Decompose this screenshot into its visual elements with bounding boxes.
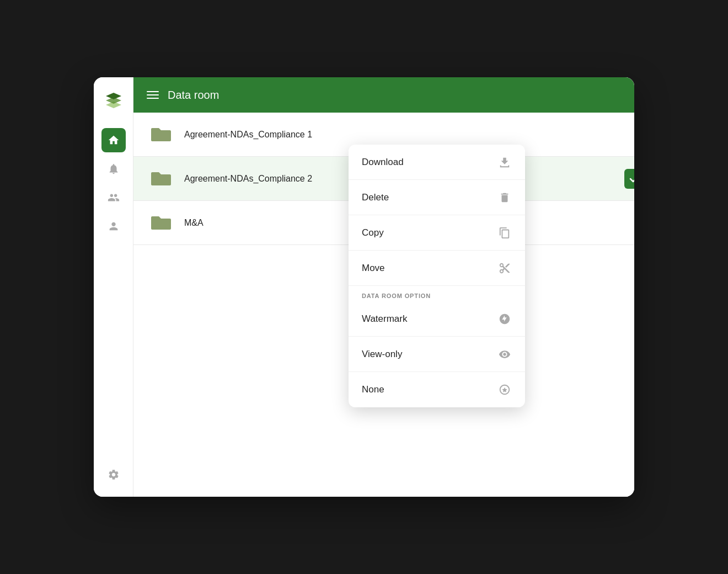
context-menu-view-only[interactable]: View-only (349, 337, 525, 372)
content-area: Agreement-NDAs_Compliance 1 Agreement-ND… (133, 113, 634, 497)
download-icon (497, 155, 512, 169)
folder-icon (151, 171, 171, 187)
app-window: Data room Agreement-NDAs_Compliance 1 (94, 77, 634, 497)
folder-icon (151, 215, 171, 231)
context-menu-download[interactable]: Download (349, 145, 525, 180)
context-menu-copy[interactable]: Copy (349, 215, 525, 251)
menu-item-label: Download (362, 157, 404, 168)
copy-icon (497, 226, 512, 240)
file-name: Agreement-NDAs_Compliance 1 (184, 130, 312, 140)
context-menu-move[interactable]: Move (349, 251, 525, 286)
star-circle-icon (497, 382, 512, 397)
menu-item-label: None (362, 384, 384, 395)
hamburger-icon[interactable] (147, 91, 159, 99)
file-name: Agreement-NDAs_Compliance 2 (184, 174, 312, 184)
menu-item-label: Copy (362, 227, 384, 238)
main-area: Data room Agreement-NDAs_Compliance 1 (133, 77, 634, 497)
sidebar (94, 77, 133, 497)
menu-item-label: Watermark (362, 313, 408, 325)
header: Data room (133, 77, 634, 113)
folder-icon (151, 126, 171, 143)
sidebar-item-notifications[interactable] (101, 157, 126, 181)
nav-items (101, 128, 126, 463)
watermark-icon (497, 312, 512, 326)
app-logo (101, 87, 126, 111)
selection-checkbox[interactable] (624, 169, 634, 189)
context-menu: Download Delete (349, 145, 525, 407)
delete-icon (497, 190, 512, 205)
menu-item-label: Move (362, 263, 385, 274)
sidebar-item-settings[interactable] (101, 463, 126, 487)
menu-item-label: View-only (362, 349, 402, 360)
menu-section-header: DATA ROOM OPTION (349, 286, 525, 301)
sidebar-item-team[interactable] (101, 185, 126, 210)
context-menu-watermark[interactable]: Watermark (349, 301, 525, 337)
file-name: M&A (184, 218, 204, 228)
context-menu-delete[interactable]: Delete (349, 180, 525, 215)
svg-marker-2 (106, 93, 121, 99)
menu-item-label: Delete (362, 192, 389, 203)
scissors-icon (497, 261, 512, 275)
sidebar-item-profile[interactable] (101, 214, 126, 238)
eye-icon (497, 347, 512, 362)
context-menu-none[interactable]: None (349, 372, 525, 407)
sidebar-item-home[interactable] (101, 128, 126, 152)
page-title: Data room (168, 89, 219, 102)
